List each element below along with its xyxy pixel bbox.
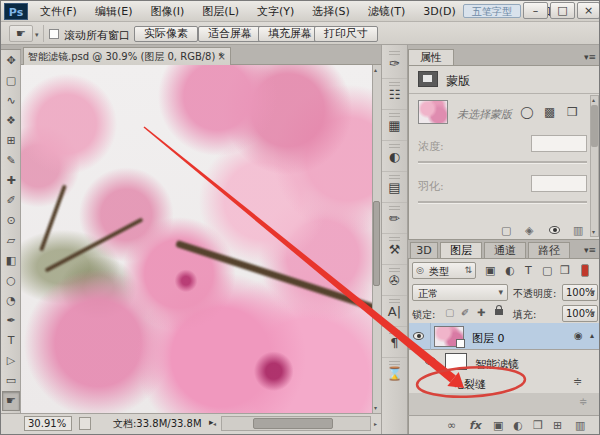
character-panel-icon[interactable]: A| (382, 297, 407, 327)
layer-mask-thumbnail[interactable] (418, 100, 448, 124)
marquee-tool[interactable]: ▢ (2, 71, 20, 91)
character-styles-icon[interactable]: ▦ (382, 111, 407, 141)
filter-switch-button[interactable] (581, 264, 589, 277)
pixel-mask-icon[interactable]: ◯ (520, 105, 533, 119)
filter-type-icon[interactable]: T (525, 264, 532, 277)
smart-filter-mask-thumbnail[interactable] (445, 353, 467, 370)
history-brush-icon[interactable]: ✑ (382, 49, 407, 79)
smart-filters-label[interactable]: 智能滤镜 (475, 357, 519, 372)
add-mask-icon[interactable]: ▣ (493, 419, 503, 432)
menu-layer[interactable]: 图层(L) (195, 2, 246, 21)
scroll-down-icon[interactable]: ▾ (374, 404, 377, 411)
filter-pixel-icon[interactable]: ▣ (485, 264, 495, 277)
shape-tool[interactable]: ▭ (2, 371, 20, 391)
panel-menu-icon[interactable]: ▾≡ (584, 52, 596, 62)
menu-image[interactable]: 图像(I) (143, 2, 191, 21)
document-tab[interactable]: × 智能滤镜.psd @ 30.9% (图层 0, RGB/8) * (23, 47, 231, 65)
fit-screen-button[interactable]: 适合屏幕 (198, 26, 262, 42)
blur-tool[interactable]: ○ (2, 271, 20, 291)
lock-pixels-icon[interactable]: ✐ (461, 307, 469, 318)
tab-3d[interactable]: 3D (410, 242, 438, 259)
pen-tool[interactable]: ✒ (2, 311, 20, 331)
hand-tool-icon[interactable]: ☛ (9, 25, 33, 42)
collapse-arrow-icon[interactable]: ▴ (590, 331, 594, 340)
menu-3d[interactable]: 3D(D) (416, 3, 463, 20)
chevron-down-icon[interactable]: ▾ (35, 31, 39, 39)
blend-mode-combo[interactable]: 正常 ▾ (412, 284, 508, 301)
close-button[interactable]: × (577, 2, 600, 19)
feather-field[interactable] (531, 175, 587, 192)
clone-source-icon[interactable]: ✇ (382, 266, 407, 296)
scroll-down-icon[interactable]: ▾ (592, 228, 595, 235)
lock-transparent-icon[interactable]: ▢ (445, 307, 454, 318)
crop-tool[interactable]: ⊞ (2, 131, 20, 151)
mask-visibility-eye-icon[interactable] (549, 226, 560, 234)
quick-selection-tool[interactable]: ❖ (2, 111, 20, 131)
eraser-tool[interactable]: ▱ (2, 231, 20, 251)
menu-type[interactable]: 文字(Y) (250, 2, 301, 21)
menu-filter[interactable]: 滤镜(T) (361, 2, 412, 21)
tool-presets-icon[interactable]: ⚒ (382, 235, 407, 265)
clone-stamp-tool[interactable]: ⊙ (2, 211, 20, 231)
mask-selection-icon[interactable]: ▢ (501, 224, 511, 237)
layer-group-icon[interactable]: ❒ (533, 419, 543, 432)
timeline-icon[interactable]: ⌛ (382, 359, 407, 435)
lasso-tool[interactable]: ∿ (2, 91, 20, 111)
new-layer-icon[interactable]: ⊞ (553, 419, 562, 432)
tab-layers[interactable]: 图层 (440, 242, 482, 259)
filter-adjustment-icon[interactable]: ◐ (505, 264, 515, 277)
move-tool[interactable]: ✥ (2, 51, 20, 71)
adjustments-icon[interactable]: ◐ (382, 142, 407, 172)
lock-all-icon[interactable] (495, 309, 503, 315)
tab-paths[interactable]: 路径 (528, 242, 570, 259)
adjustment-layer-icon[interactable]: ◐ (513, 419, 523, 432)
swatches-icon[interactable]: ☷ (382, 80, 407, 110)
delete-mask-icon[interactable]: ▥ (573, 224, 583, 237)
brush-tool[interactable]: ✐ (2, 191, 20, 211)
eyedropper-tool[interactable]: ✎ (2, 151, 20, 171)
actual-pixels-button[interactable]: 实际像素 (134, 26, 198, 42)
link-layers-icon[interactable]: ∞ (447, 419, 456, 432)
gradient-tool[interactable]: ◧ (2, 251, 20, 271)
minimize-button[interactable]: – (523, 2, 548, 19)
lock-position-icon[interactable]: ✚ (477, 307, 485, 318)
properties-scroll-thumb[interactable] (591, 105, 598, 147)
vertical-scroll-thumb[interactable] (373, 201, 380, 286)
panel-menu-icon[interactable]: ▾≡ (584, 245, 596, 255)
dodge-tool[interactable]: ◔ (2, 291, 20, 311)
opacity-field[interactable]: 100% ▾ (562, 284, 598, 301)
zoom-level-field[interactable]: 30.91% (24, 416, 72, 431)
layer-style-icon[interactable]: fx (469, 419, 481, 432)
layer-visibility-eye-icon[interactable] (413, 332, 424, 340)
add-mask-icon[interactable]: ▩ (544, 105, 555, 119)
layer-filter-combo[interactable]: ◎ 类型 ⇅ (412, 262, 476, 279)
fill-screen-button[interactable]: 填充屏幕 (258, 26, 322, 42)
scroll-up-icon[interactable]: ▴ (592, 96, 595, 103)
craquelure-filter-item[interactable]: 龟裂缝 (453, 377, 486, 392)
menu-file[interactable]: 文件(F) (33, 2, 84, 21)
print-size-button[interactable]: 打印尺寸 (314, 26, 378, 42)
filter-smartobject-icon[interactable]: ❒ (560, 264, 570, 277)
paragraph-panel-icon[interactable]: ¶ (382, 328, 407, 358)
filter-shape-icon[interactable]: ▢ (542, 264, 552, 277)
scroll-right-icon[interactable]: ▸ (374, 420, 377, 427)
scroll-up-icon[interactable]: ▴ (374, 66, 377, 73)
panel-grip[interactable] (1, 45, 21, 50)
horizontal-scroll-thumb[interactable] (253, 418, 333, 429)
filter-blend-options-icon[interactable]: ≑ (573, 375, 582, 388)
density-slider[interactable] (418, 161, 587, 164)
feather-slider[interactable] (418, 201, 587, 204)
tab-channels[interactable]: 通道 (484, 242, 526, 259)
maximize-button[interactable]: □ (550, 2, 575, 19)
menu-edit[interactable]: 编辑(E) (88, 2, 140, 21)
apply-mask-icon[interactable]: ◈ (525, 224, 533, 237)
fill-field[interactable]: 100% ▾ (562, 305, 598, 322)
brush-presets-icon[interactable]: ✏ (382, 204, 407, 234)
delete-layer-icon[interactable]: ▥ (575, 419, 585, 432)
path-select-tool[interactable]: ▷ (2, 351, 20, 371)
healing-brush-tool[interactable]: ✚ (2, 171, 20, 191)
density-field[interactable] (531, 135, 587, 152)
type-tool[interactable]: T (2, 331, 20, 351)
tab-properties[interactable]: 属性 (408, 49, 454, 66)
layer0-name[interactable]: 图层 0 (472, 331, 505, 346)
